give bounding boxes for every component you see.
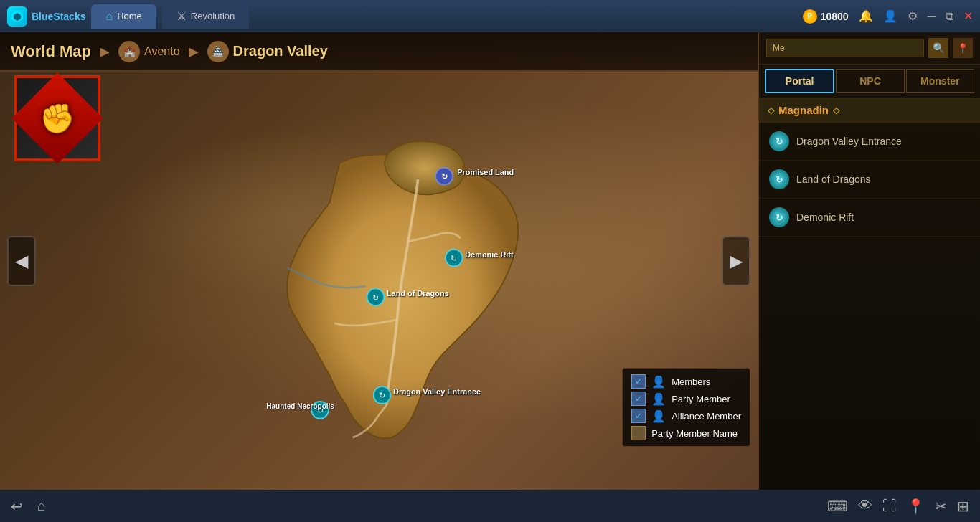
portal-icon-lod: ↻ [769, 169, 789, 189]
settings-icon[interactable]: ⚙ [908, 9, 918, 23]
game-icon: ⚔ [176, 9, 187, 23]
eye-icon[interactable]: 👁 [858, 498, 872, 514]
legend-members[interactable]: ✓ 👤 Members [631, 374, 741, 389]
notification-icon[interactable]: 🔔 [859, 9, 873, 23]
alliance-icon: 👤 [651, 409, 666, 423]
bluestacks-logo: BlueStacks [7, 6, 85, 27]
svg-text:Land of Dragons: Land of Dragons [387, 289, 449, 298]
alliance-label: Alliance Member [672, 411, 741, 422]
breadcrumb-arrow-1: ▶ [100, 44, 110, 60]
portal-section-header: ◇ Magnadin ◇ [759, 98, 980, 123]
avento-icon: 🏰 [118, 41, 140, 62]
location-item-dvEntrance[interactable]: ↻ Dragon Valley Entrance [759, 123, 980, 161]
diamond-left-icon: ◇ [768, 105, 774, 115]
bluestacks-icon [7, 6, 27, 27]
tab-home[interactable]: ⌂ Home [91, 4, 156, 29]
search-button[interactable]: 🔍 [928, 38, 948, 58]
bottom-bar: ↩ ⌂ ⌨ 👁 ⛶ 📍 ✂ ⊞ [0, 490, 980, 522]
minimize-icon[interactable]: ─ [928, 10, 936, 23]
bottom-left: ↩ ⌂ [11, 498, 46, 515]
svg-text:↻: ↻ [372, 293, 379, 302]
svg-text:Haunted Necropolis: Haunted Necropolis [266, 402, 334, 410]
expand-icon[interactable]: ⛶ [882, 498, 897, 514]
home-icon: ⌂ [105, 10, 113, 23]
tab-home-label: Home [117, 11, 142, 22]
legend-alliance-member[interactable]: ✓ 👤 Alliance Member [631, 409, 741, 423]
world-map-title: World Map [11, 42, 91, 61]
svg-text:↻: ↻ [441, 172, 448, 181]
party-label: Party Member [672, 394, 730, 404]
location-item-dr[interactable]: ↻ Demonic Rift [759, 199, 980, 237]
location-list: ↻ Dragon Valley Entrance ↻ Land of Drago… [759, 123, 980, 237]
location-icon[interactable]: 📍 [907, 498, 925, 515]
user-icon[interactable]: 👤 [883, 9, 897, 23]
coin-amount: 10800 [821, 11, 849, 22]
back-nav-icon[interactable]: ↩ [11, 498, 23, 515]
members-label: Members [672, 376, 710, 387]
location-name-dvEntrance: Dragon Valley Entrance [796, 136, 902, 147]
section-name: Magnadin [778, 104, 829, 116]
party-icon: 👤 [651, 392, 666, 406]
members-icon: 👤 [651, 375, 666, 389]
location-item-lod[interactable]: ↻ Land of Dragons [759, 161, 980, 199]
tab-game-label: Revolution [191, 11, 235, 22]
top-bar: BlueStacks ⌂ Home ⚔ Revolution P 10800 🔔… [0, 0, 980, 32]
tab-row: Portal NPC Monster [759, 65, 980, 98]
marker-button[interactable]: 📍 [953, 38, 973, 58]
search-row: 🔍 📍 [759, 32, 980, 65]
tab-game[interactable]: ⚔ Revolution [162, 4, 249, 29]
legend-party-member[interactable]: ✓ 👤 Party Member [631, 392, 741, 406]
members-checkbox[interactable]: ✓ [631, 374, 646, 389]
party-name-label: Party Member Name [651, 428, 738, 439]
portal-icon-dr: ↻ [769, 207, 789, 227]
diamond-right-icon: ◇ [833, 105, 839, 115]
svg-text:Promised Land: Promised Land [457, 168, 514, 176]
breadcrumb-arrow-2: ▶ [189, 44, 199, 60]
tab-portal[interactable]: Portal [765, 69, 834, 93]
main-content: World Map ▶ 🏰 Avento ▶ 🏯 Dragon Valley 📜… [0, 32, 980, 490]
svg-text:Dragon Valley Entrance: Dragon Valley Entrance [393, 387, 481, 396]
bottom-right: ⌨ 👁 ⛶ 📍 ✂ ⊞ [827, 498, 969, 515]
location-name-lod: Land of Dragons [796, 174, 871, 185]
legend-panel: ✓ 👤 Members ✓ 👤 Party Member ✓ 👤 Allianc… [622, 368, 750, 447]
bluestacks-name: BlueStacks [32, 11, 85, 22]
right-panel: 🔍 📍 Portal NPC Monster ◇ Magnadin ◇ ↻ Dr… [758, 32, 980, 490]
home-nav-icon[interactable]: ⌂ [37, 498, 46, 515]
party-checkbox[interactable]: ✓ [631, 392, 646, 406]
alliance-checkbox[interactable]: ✓ [631, 409, 646, 423]
dragon-valley-label: Dragon Valley [233, 43, 328, 60]
tab-npc[interactable]: NPC [836, 69, 904, 93]
dragon-valley-icon: 🏯 [207, 41, 229, 62]
location-name-dr: Demonic Rift [796, 212, 854, 223]
legend-party-name: Party Member Name [631, 426, 741, 440]
portal-icon-dvEntrance: ↻ [769, 131, 789, 151]
coin-icon: P [803, 9, 817, 24]
scissors-icon[interactable]: ✂ [935, 498, 947, 515]
tab-monster[interactable]: Monster [906, 69, 974, 93]
avento-label: Avento [144, 45, 180, 58]
close-icon[interactable]: ✕ [963, 9, 973, 23]
top-right-controls: P 10800 🔔 👤 ⚙ ─ ⧉ ✕ [803, 9, 973, 24]
svg-text:Demonic Rift: Demonic Rift [465, 250, 514, 259]
breadcrumb-avento[interactable]: 🏰 Avento [118, 41, 180, 62]
breadcrumb-dragon-valley: 🏯 Dragon Valley [207, 41, 328, 62]
search-input[interactable] [766, 39, 924, 57]
svg-text:↻: ↻ [451, 254, 457, 262]
grid-icon[interactable]: ⊞ [957, 498, 969, 515]
restore-icon[interactable]: ⧉ [946, 10, 953, 23]
coins-display: P 10800 [803, 9, 849, 24]
party-name-box [631, 426, 646, 440]
keyboard-icon[interactable]: ⌨ [827, 498, 848, 515]
svg-text:↻: ↻ [379, 391, 385, 399]
